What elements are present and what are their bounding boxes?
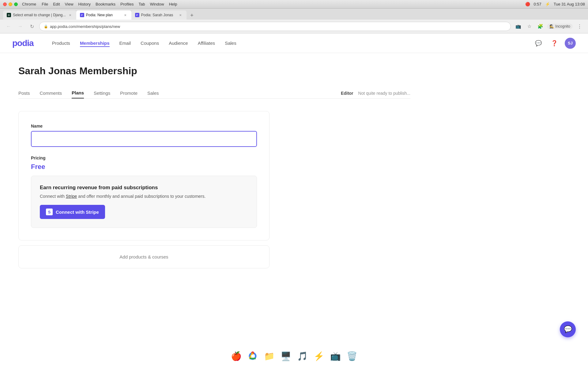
menu-help[interactable]: Help (169, 2, 177, 6)
tab-title-1: Select email to change | Djang... (13, 13, 66, 17)
stripe-box-description: Connect with Stripe and offer monthly an… (40, 194, 248, 199)
incognito-icon: 🕵️ (549, 24, 554, 29)
tabs-bar: D Select email to change | Djang... ✕ P … (0, 9, 588, 20)
browser-tab-3[interactable]: P Podia: Sarah Jonas ✕ (131, 10, 187, 20)
name-label: Name (31, 124, 257, 128)
new-tab-button[interactable]: + (188, 11, 196, 20)
url-bar[interactable]: 🔒 app.podia.com/memberships/plans/new (39, 22, 511, 31)
tab-favicon-3: P (135, 13, 139, 17)
menu-button[interactable]: ⋮ (575, 22, 584, 31)
menu-view[interactable]: View (65, 2, 74, 6)
close-window-button[interactable] (3, 2, 7, 6)
dock-icon-trash[interactable]: 🗑️ (345, 349, 359, 363)
menu-file[interactable]: File (42, 2, 48, 6)
url-text: app.podia.com/memberships/plans/new (50, 24, 120, 29)
page-content: Sarah Jonas Membership Posts Comments Pl… (0, 53, 429, 281)
fullscreen-window-button[interactable] (14, 2, 18, 6)
titlebar-time: Tue 31 Aug 13:08 (554, 2, 585, 6)
page-title: Sarah Jonas Membership (18, 65, 410, 77)
tab-settings[interactable]: Settings (94, 88, 110, 98)
titlebar-menu: File Edit View History Bookmarks Profile… (42, 2, 177, 6)
incognito-badge: 🕵️ Incognito (547, 24, 573, 29)
stripe-link[interactable]: Stripe (66, 194, 77, 199)
incognito-label: Incognito (555, 24, 570, 29)
tab-favicon-2: P (80, 13, 84, 17)
tab-close-2[interactable]: ✕ (123, 13, 128, 17)
avatar-button[interactable]: SJ (565, 38, 576, 49)
nav-links: Products Memberships Email Coupons Audie… (52, 39, 533, 47)
menu-edit[interactable]: Edit (53, 2, 60, 6)
tab-close-3[interactable]: ✕ (178, 13, 183, 17)
tab-favicon-1: D (7, 13, 11, 17)
nav-right: 💬 ❓ SJ (533, 38, 576, 49)
tab-plans[interactable]: Plans (72, 88, 84, 98)
tab-title-3: Podia: Sarah Jonas (141, 13, 176, 17)
dock: 🍎 📁 🖥️ 🎵 ⚡ 📺 🗑️ (225, 347, 363, 366)
lock-icon: 🔒 (44, 25, 48, 29)
menu-bookmarks[interactable]: Bookmarks (96, 2, 115, 6)
extensions-button[interactable]: 🧩 (536, 22, 545, 31)
menu-profiles[interactable]: Profiles (120, 2, 134, 6)
dock-icon-finder-folder[interactable]: 📁 (262, 349, 277, 363)
traffic-lights (3, 2, 18, 6)
titlebar-app-name: Chrome (22, 2, 36, 6)
nav-link-email[interactable]: Email (119, 39, 131, 47)
nav-link-products[interactable]: Products (52, 39, 70, 47)
tab-sales[interactable]: Sales (147, 88, 159, 98)
cast-button[interactable]: 📺 (514, 22, 522, 31)
bookmark-button[interactable]: ☆ (525, 22, 533, 31)
nav-link-affiliates[interactable]: Affiliates (198, 39, 215, 47)
help-nav-button[interactable]: ❓ (549, 38, 560, 49)
nav-link-coupons[interactable]: Coupons (141, 39, 159, 47)
name-input[interactable] (31, 131, 257, 147)
menu-tab[interactable]: Tab (138, 2, 145, 6)
dock-icon-chrome[interactable] (245, 349, 260, 363)
chat-nav-button[interactable]: 💬 (533, 38, 544, 49)
main-nav: podia Products Memberships Email Coupons… (0, 33, 588, 53)
dock-icon-flash[interactable]: ⚡ (311, 349, 326, 363)
stripe-info-box: Earn recurring revenue from paid subscri… (31, 176, 257, 228)
dock-icon-screen[interactable]: 📺 (328, 349, 343, 363)
tab-comments[interactable]: Comments (40, 88, 62, 98)
publish-status: Not quite ready to publish... (358, 91, 410, 96)
dock-icon-finder[interactable]: 🍎 (229, 349, 243, 363)
svg-point-5 (251, 355, 254, 358)
nav-logo[interactable]: podia (12, 38, 34, 48)
address-bar: ← → ↻ 🔒 app.podia.com/memberships/plans/… (0, 20, 588, 33)
add-products-card[interactable]: Add products & courses (18, 245, 270, 268)
tab-close-1[interactable]: ✕ (68, 13, 73, 17)
pricing-label: Pricing (31, 155, 257, 160)
tab-title-2: Podia: New plan (86, 13, 121, 17)
dock-icon-terminal[interactable]: 🖥️ (278, 349, 293, 363)
dock-icon-music[interactable]: 🎵 (295, 349, 310, 363)
menu-window[interactable]: Window (150, 2, 164, 6)
browser-tab-1[interactable]: D Select email to change | Djang... ✕ (3, 10, 76, 20)
nav-link-memberships[interactable]: Memberships (80, 39, 110, 47)
back-button[interactable]: ← (4, 22, 13, 31)
live-chat-button[interactable]: 💬 (560, 321, 576, 337)
stripe-s-icon: S (46, 209, 53, 215)
tab-posts[interactable]: Posts (18, 88, 30, 98)
browser-actions: 📺 ☆ 🧩 🕵️ Incognito ⋮ (514, 22, 584, 31)
sub-tabs-right: Editor Not quite ready to publish... (341, 91, 410, 96)
refresh-button[interactable]: ↻ (28, 22, 36, 31)
sub-tabs: Posts Comments Plans Settings Promote Sa… (18, 88, 410, 99)
connect-stripe-label: Connect with Stripe (56, 209, 99, 215)
add-products-label: Add products & courses (119, 254, 168, 259)
forward-button[interactable]: → (16, 22, 24, 31)
titlebar-right: 🔴 0:57 ⚡ Tue 31 Aug 13:08 (525, 2, 585, 6)
nav-link-sales[interactable]: Sales (225, 39, 236, 47)
free-text: Free (31, 163, 257, 171)
stripe-box-title: Earn recurring revenue from paid subscri… (40, 185, 248, 191)
minimize-window-button[interactable] (9, 2, 12, 6)
browser-tab-2[interactable]: P Podia: New plan ✕ (76, 10, 131, 20)
form-card: Name Pricing Free Earn recurring revenue… (18, 111, 270, 240)
connect-stripe-button[interactable]: S Connect with Stripe (40, 205, 105, 219)
stripe-desc-prefix: Connect with (40, 194, 66, 199)
menu-history[interactable]: History (78, 2, 91, 6)
tab-promote[interactable]: Promote (120, 88, 138, 98)
stripe-desc-suffix: and offer monthly and annual paid subscr… (77, 194, 205, 199)
nav-link-audience[interactable]: Audience (169, 39, 188, 47)
editor-label[interactable]: Editor (341, 91, 353, 96)
browser-chrome: D Select email to change | Djang... ✕ P … (0, 9, 588, 33)
